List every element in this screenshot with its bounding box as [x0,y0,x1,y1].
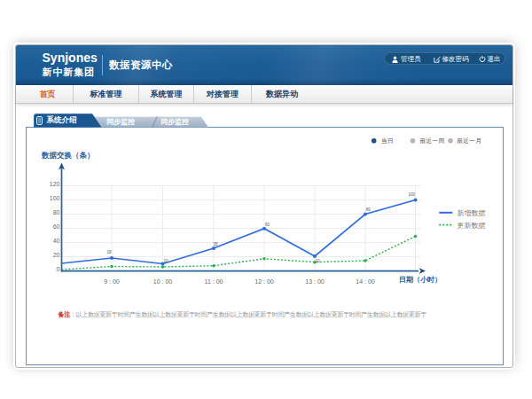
svg-text:20: 20 [53,252,60,258]
svg-text:0: 0 [57,266,60,272]
svg-text:11 : 00: 11 : 00 [205,278,223,285]
svg-text:120: 120 [50,181,60,187]
svg-text:当日: 当日 [381,137,394,145]
svg-text:60: 60 [53,223,60,230]
svg-text:12 : 00: 12 : 00 [254,278,274,285]
svg-text:80: 80 [366,207,372,212]
svg-text:100: 100 [50,195,60,201]
svg-text:14 : 00: 14 : 00 [356,278,375,285]
svg-text:新增数据: 新增数据 [458,209,486,217]
svg-text:10: 10 [164,259,169,263]
svg-text:100: 100 [409,192,416,197]
svg-text:35: 35 [214,242,219,246]
svg-text:10: 10 [316,259,321,263]
svg-text:最近一周: 最近一周 [419,137,444,144]
svg-text:9 : 00: 9 : 00 [104,278,120,285]
svg-text:数据交换（条）: 数据交换（条） [41,151,95,160]
svg-text:10 : 00: 10 : 00 [153,278,173,285]
svg-text:更新数据: 更新数据 [458,222,486,230]
svg-text:60: 60 [265,223,270,227]
svg-text:80: 80 [53,209,60,215]
svg-text:日期（小时）: 日期（小时） [399,276,442,284]
svg-text:最近一月: 最近一月 [457,137,481,145]
svg-text:18: 18 [107,250,113,254]
svg-text:13 : 00: 13 : 00 [305,278,325,285]
svg-text:40: 40 [53,238,60,244]
